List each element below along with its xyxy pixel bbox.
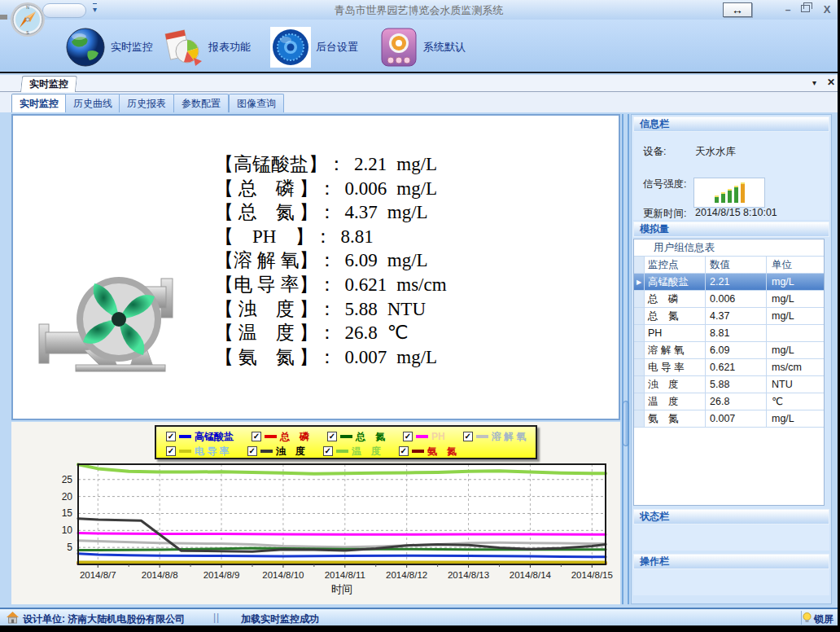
window-title: 青岛市世界园艺博览会水质监测系统: [0, 3, 838, 18]
table-row[interactable]: 电 导 率0.621ms/cm: [634, 359, 824, 376]
title-bar: N S ▾ 青岛市世界园艺博览会水质监测系统 ↔ – X: [0, 0, 838, 20]
svg-text:25: 25: [62, 474, 73, 485]
readout-line: 【 氨 氮 】：0.007mg/L: [215, 345, 447, 369]
legend-item-temp[interactable]: ✓温 度: [323, 445, 381, 459]
table-row[interactable]: 溶 解 氧6.09mg/L: [634, 342, 824, 359]
analog-panel-header[interactable]: 模拟量: [633, 222, 829, 237]
readout-line: 【溶 解 氧】：6.09mg/L: [215, 248, 447, 272]
svg-text:N: N: [26, 5, 29, 10]
close-button[interactable]: X: [819, 2, 835, 17]
status-panel-body: [633, 524, 829, 551]
chart-legend: ✓高锰酸盐 ✓总 磷 ✓总 氮 ✓PH ✓溶 解 氧 ✓电 导 率 ✓浊 度 ✓…: [155, 425, 537, 459]
table-row[interactable]: 温 度26.8℃: [634, 393, 824, 410]
col-value: 数值: [706, 257, 767, 273]
report-icon: [161, 27, 203, 68]
table-header-row: 监控点 数值 单位: [634, 257, 824, 274]
toolbar-label-realtime: 实时监控: [111, 40, 153, 55]
row-selector-icon: ▶: [634, 274, 645, 290]
svg-text:10: 10: [62, 524, 73, 536]
checkbox-icon[interactable]: ✓: [252, 432, 261, 441]
app-window: N S ▾ 青岛市世界园艺博览会水质监测系统 ↔ – X 实时监控: [0, 0, 838, 625]
toolbar-label-system-default: 系统默认: [423, 40, 466, 55]
status-panel-header[interactable]: 状态栏: [633, 509, 829, 524]
info-panel-header[interactable]: 信息栏: [633, 116, 829, 132]
svg-text:2014/8/7: 2014/8/7: [80, 570, 116, 580]
sub-tab-bar: 实时监控 历史曲线 历史报表 参数配置 图像查询: [0, 92, 838, 112]
statusbar-separator: ||: [213, 612, 220, 623]
update-time-label: 更新时间:: [643, 207, 686, 221]
line-swatch-icon: [336, 450, 348, 453]
col-monitor-point: 监控点: [645, 257, 706, 273]
realtime-display-panel: 【高锰酸盐】：2.21mg/L 【 总 磷 】：0.006mg/L 【 总 氮 …: [11, 114, 620, 420]
tab-realtime-monitor[interactable]: 实时监控: [11, 94, 67, 112]
table-row[interactable]: 浊 度5.88NTU: [634, 376, 824, 393]
restore-button[interactable]: [801, 5, 810, 12]
panel-splitter[interactable]: [621, 114, 631, 604]
designer-text: 设计单位: 济南大陆机电股份有限公司: [23, 612, 185, 626]
designer-icon: [7, 612, 19, 624]
checkbox-icon[interactable]: ✓: [166, 432, 176, 441]
tabstrip-dropdown-icon[interactable]: ▾: [812, 78, 816, 87]
legend-item-nh3[interactable]: ✓氨 氮: [399, 445, 457, 459]
status-bar: 设计单位: 济南大陆机电股份有限公司 || 加载实时监控成功 锁屏: [0, 608, 838, 625]
svg-text:2014/8/14: 2014/8/14: [510, 570, 552, 580]
tab-history-report[interactable]: 历史报表: [119, 94, 174, 112]
toolbar-button-reports[interactable]: 报表功能: [161, 26, 251, 68]
table-row[interactable]: 总 氮4.37mg/L: [634, 308, 824, 325]
trend-chart: 2014/8/72014/8/82014/8/92014/8/102014/8/…: [11, 458, 620, 604]
table-row[interactable]: 总 磷0.006mg/L: [634, 291, 824, 308]
tabstrip-close-icon[interactable]: ✕: [827, 77, 835, 88]
lock-bulb-icon: [803, 612, 812, 623]
lock-separator: [801, 611, 802, 625]
measurement-readout: 【高锰酸盐】：2.21mg/L 【 总 磷 】：0.006mg/L 【 总 氮 …: [215, 151, 447, 368]
line-swatch-icon: [265, 435, 277, 438]
checkbox-icon[interactable]: ✓: [247, 446, 257, 456]
line-swatch-icon: [416, 435, 428, 438]
svg-text:2014/8/12: 2014/8/12: [386, 570, 427, 580]
legend-item-cond[interactable]: ✓电 导 率: [166, 445, 230, 459]
checkbox-icon[interactable]: ✓: [399, 446, 409, 456]
compass-logo-icon: N S: [10, 2, 46, 37]
toolbar-button-system-default[interactable]: 系统默认: [379, 26, 466, 68]
checkbox-icon[interactable]: ✓: [166, 446, 176, 456]
toolbar-button-settings[interactable]: 后台设置: [270, 26, 358, 68]
svg-text:2014/8/11: 2014/8/11: [325, 570, 365, 580]
operation-panel-header[interactable]: 操作栏: [633, 554, 829, 569]
legend-item-turb[interactable]: ✓浊 度: [247, 445, 305, 459]
table-row[interactable]: PH8.81: [634, 325, 824, 342]
checkbox-icon[interactable]: ✓: [323, 446, 333, 456]
checkbox-icon[interactable]: ✓: [463, 432, 473, 441]
legend-item-tn[interactable]: ✓总 氮: [327, 430, 385, 444]
line-swatch-icon: [179, 435, 191, 438]
svg-text:2014/8/10: 2014/8/10: [262, 570, 304, 580]
signal-label: 信号强度:: [643, 178, 686, 191]
table-row[interactable]: ▶ 高锰酸盐2.21mg/L: [634, 274, 824, 291]
lock-screen-button[interactable]: 锁屏: [814, 612, 833, 626]
signal-strength-icon: [693, 178, 765, 208]
settings-disc-icon: [270, 27, 311, 68]
legend-item-tp[interactable]: ✓总 磷: [252, 430, 309, 444]
minimize-button[interactable]: –: [780, 2, 796, 17]
legend-item-kmno4[interactable]: ✓高锰酸盐: [166, 430, 234, 444]
readout-line: 【电 导 率】：0.621ms/cm: [215, 272, 447, 296]
resize-button[interactable]: ↔: [723, 2, 752, 17]
system-default-icon: [379, 27, 418, 68]
svg-text:2014/8/13: 2014/8/13: [448, 570, 489, 580]
checkbox-icon[interactable]: ✓: [403, 432, 413, 441]
tab-image-query[interactable]: 图像查询: [229, 94, 284, 112]
document-tab-realtime[interactable]: 实时监控: [20, 76, 77, 92]
splitter-grip[interactable]: [623, 401, 629, 446]
legend-item-ph[interactable]: ✓PH: [403, 431, 445, 442]
user-group-table: 用户组信息表 监控点 数值 单位 ▶ 高锰酸盐2.21mg/L 总 磷0.006…: [633, 239, 825, 506]
tab-param-config[interactable]: 参数配置: [173, 94, 229, 112]
tab-history-curve[interactable]: 历史曲线: [65, 94, 120, 112]
line-swatch-icon: [260, 450, 273, 453]
table-row[interactable]: 氨 氮0.007mg/L: [634, 410, 824, 428]
checkbox-icon[interactable]: ✓: [327, 432, 337, 441]
readout-line: 【 PH 】：8.81: [215, 224, 447, 248]
toolbar-button-realtime[interactable]: 实时监控: [65, 26, 153, 68]
legend-item-do[interactable]: ✓溶 解 氧: [463, 430, 527, 444]
right-sidebar: 信息栏 设备: 天水水库 信号强度: 更新时间: 2014/8/15 8:10:…: [631, 114, 832, 604]
svg-text:5: 5: [67, 542, 72, 553]
device-label: 设备:: [643, 145, 666, 159]
